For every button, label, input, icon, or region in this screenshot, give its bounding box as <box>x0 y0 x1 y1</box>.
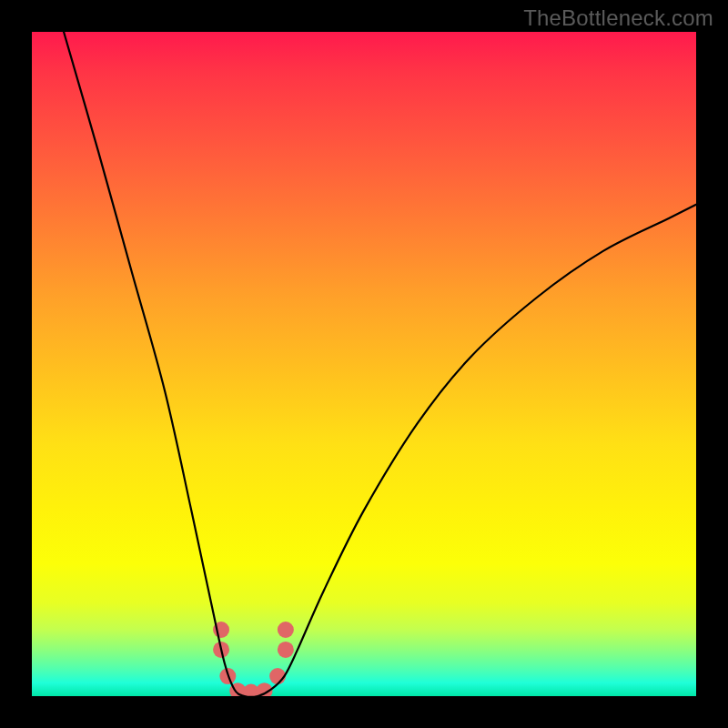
outer-frame: TheBottleneck.com <box>0 0 728 728</box>
watermark-text: TheBottleneck.com <box>523 5 713 31</box>
valley-dot <box>278 622 294 638</box>
plot-area <box>32 32 696 696</box>
chart-svg <box>32 32 696 696</box>
bottleneck-curve <box>64 32 696 696</box>
valley-dot <box>278 642 294 658</box>
valley-markers <box>213 622 294 696</box>
